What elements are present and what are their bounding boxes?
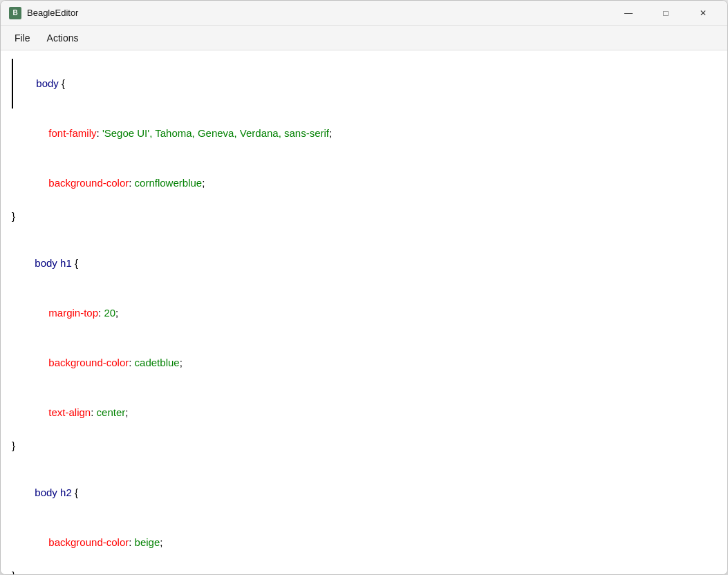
code-block-body-h2: body h2 { background-color: beige; } — [12, 468, 716, 574]
selector-line-h2: body h2 { — [12, 468, 716, 518]
code-block-body: body { font-family: 'Segoe UI', Tahoma, … — [12, 59, 716, 225]
close-button[interactable]: ✕ — [687, 2, 719, 24]
selector-text-h1: body h1 — [35, 257, 71, 269]
editor-area[interactable]: body { font-family: 'Segoe UI', Tahoma, … — [1, 50, 727, 574]
title-bar: B BeagleEditor — □ ✕ — [1, 1, 727, 26]
menu-file[interactable]: File — [6, 30, 39, 46]
prop-line-mt: margin-top: 20; — [12, 288, 716, 338]
app-window: B BeagleEditor — □ ✕ File Actions body {… — [0, 0, 728, 575]
menu-bar: File Actions — [1, 26, 727, 50]
prop-line-2: background-color: cornflowerblue; — [12, 158, 716, 208]
prop-line-ta: text-align: center; — [12, 388, 716, 437]
minimize-button[interactable]: — — [613, 2, 644, 24]
code-block-body-h1: body h1 { margin-top: 20; background-col… — [12, 238, 716, 454]
close-brace-h1: } — [12, 437, 716, 454]
window-controls: — □ ✕ — [613, 2, 719, 24]
menu-actions[interactable]: Actions — [39, 30, 87, 46]
maximize-button[interactable]: □ — [650, 2, 682, 24]
selector-text-h2: body h2 — [35, 487, 71, 498]
title-bar-left: B BeagleEditor — [9, 7, 78, 19]
app-icon: B — [9, 7, 21, 19]
close-brace-h2: } — [12, 567, 716, 574]
window-title: BeagleEditor — [27, 8, 78, 18]
selector-line-h1: body h1 { — [12, 238, 716, 288]
selector-line: body { — [12, 59, 716, 109]
close-brace: } — [12, 208, 716, 225]
selector-text: body — [36, 77, 59, 89]
prop-line-bg: background-color: cadetblue; — [12, 338, 716, 388]
prop-line-beige: background-color: beige; — [12, 518, 716, 567]
prop-line-1: font-family: 'Segoe UI', Tahoma, Geneva,… — [12, 109, 716, 158]
